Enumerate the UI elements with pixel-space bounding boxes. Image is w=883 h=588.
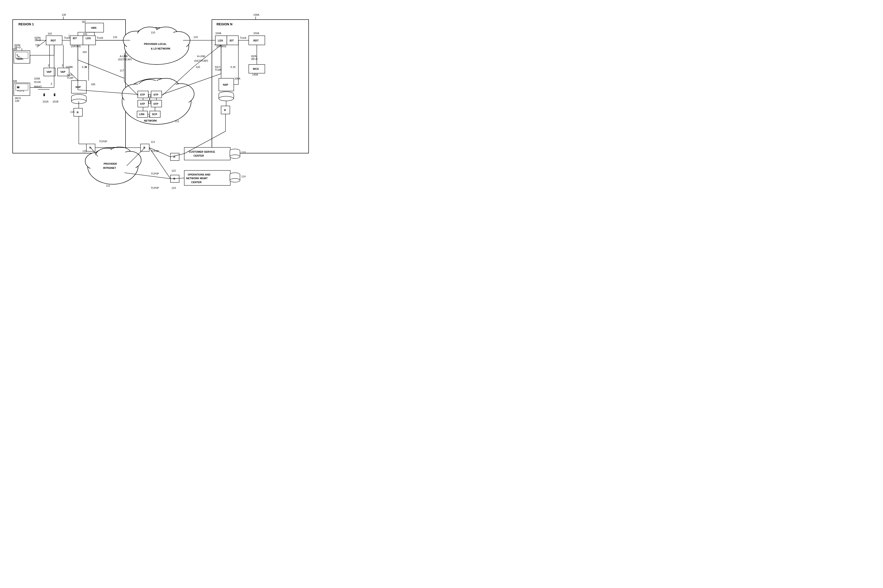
pots-icon: ☎	[16, 86, 20, 88]
r6-label: R	[224, 109, 226, 111]
lds1-label: LDS	[85, 37, 91, 40]
stp4-label: STP	[153, 102, 158, 105]
vap1-label: VAP	[46, 70, 52, 73]
ref-2b: 2	[62, 64, 63, 67]
ref-108: 108	[13, 80, 17, 82]
ops-label2: NETWORK MGMT	[186, 177, 208, 180]
ref-103a: 103A	[34, 77, 40, 80]
ref-130: 130	[62, 14, 66, 16]
wcs2-label: WCS	[253, 68, 259, 70]
ref-123: 123	[172, 186, 176, 189]
ref-104: 104	[82, 51, 87, 53]
ref-102a: 102A	[253, 32, 259, 34]
stp1-label: STP	[140, 93, 145, 96]
ref-120: 120	[196, 66, 200, 68]
ref-102: 102	[48, 32, 52, 35]
nsp2-label: NSP	[223, 83, 228, 86]
ss7-label2: NETWORK	[144, 119, 157, 122]
nsp2-db-bottom	[219, 96, 234, 101]
ops-db-bottom	[230, 178, 240, 182]
ref-117: 117	[120, 69, 124, 72]
vap2-label: VAP	[60, 70, 65, 73]
x25-n: X.25	[230, 66, 235, 68]
ref-5: 5	[71, 66, 73, 68]
rdt2-label: RDT	[253, 39, 259, 42]
ref-101a: 101A	[43, 100, 49, 103]
trunk2-label: Trunk	[97, 36, 103, 39]
stp3-label: STP	[140, 102, 145, 105]
ss7tcap-n1: SS7/	[215, 66, 220, 68]
provider-label1: PROVIDER LOCAL	[144, 43, 167, 45]
ref-4: 4	[85, 66, 87, 68]
alink-label1: A-LINK	[120, 55, 128, 58]
alink-n-label1: A-LINK	[197, 55, 205, 58]
tcpip-1: TCP/IP	[99, 140, 107, 143]
ref-101b: 101B	[52, 100, 58, 103]
vms-label: VMS	[91, 27, 96, 29]
ref-105: 105	[83, 33, 87, 36]
isdn-sub: ISDN	[16, 57, 22, 60]
provider-label2: & LD NETWORK	[151, 47, 171, 50]
customer-service-box	[184, 147, 230, 160]
alink-label2: (SS7/TCAP)	[118, 58, 132, 61]
ref-112: 112	[106, 184, 110, 187]
regionN-label: REGION N	[216, 22, 232, 26]
idt1-label: IDT	[73, 37, 77, 40]
is136-label: IS136	[34, 81, 41, 83]
ref-140a: 140A	[252, 73, 258, 76]
ss7tcap-2: TCAP	[67, 76, 73, 79]
ref-104a: 104A	[215, 32, 221, 34]
ref-122: 122	[172, 169, 176, 172]
isdn2bd-rdt2: 2B+D	[34, 39, 41, 42]
ref-113: 113	[241, 151, 246, 154]
ref-107: 107	[82, 20, 86, 23]
ref-118: 118	[82, 150, 87, 153]
nsp1-label: NSP	[75, 86, 81, 88]
isdn2bd-n2: 2B+D	[251, 58, 258, 60]
lds2-label: LDS	[218, 39, 223, 42]
isdn2bd-2: 2B+D	[14, 46, 21, 49]
cs-label1: CUSTOMER SERVICE	[189, 150, 215, 153]
intranet-label2: INTRANET	[103, 166, 116, 169]
ss7tcap-n2: TCAP	[215, 68, 222, 71]
ops-label3: CENTER	[191, 181, 201, 184]
ref-106: 106	[91, 83, 95, 86]
trunk-n-label: Trunk	[240, 36, 246, 39]
mobile1-icon: 📱	[43, 93, 46, 96]
mobile2-icon: 📱	[53, 93, 56, 96]
cs-db-bottom	[230, 155, 240, 159]
gr303-1-label: (GR303)	[71, 45, 81, 48]
cs-label2: CENTER	[193, 154, 204, 157]
diagram-container: REGION 1 REGION N 130 130A VMS 107 IDT L…	[0, 0, 315, 210]
ops-label1: OPERATIONS AND	[188, 173, 210, 176]
lrn-label: LRN	[139, 113, 144, 116]
isdn2bd-n1: ISDN	[251, 55, 257, 58]
ref-103b: 103B	[66, 66, 72, 68]
ref-110: 110	[151, 31, 155, 34]
phone-icon: 📞	[16, 54, 20, 57]
ref-114: 114	[241, 175, 246, 178]
intranet-label1: PROVIDER	[103, 162, 117, 165]
rdt1-label: RDT	[51, 39, 56, 42]
ref-121: 121	[151, 141, 155, 143]
ref-1: 1	[68, 34, 70, 37]
ref-130a: 130A	[253, 14, 259, 16]
ref-115: 115	[70, 111, 74, 113]
ref-119: 119	[193, 36, 198, 39]
ref-2a: 2	[48, 64, 49, 67]
ref-140: 140	[15, 99, 19, 102]
ref-106a: 106A	[234, 77, 240, 80]
ref-116: 116	[113, 36, 117, 39]
wcs1-label: WCS	[15, 97, 21, 99]
tr-label: T/R	[35, 44, 39, 46]
idt2-label: IDT	[229, 39, 234, 42]
ref-111: 111	[175, 120, 179, 123]
r1-label: R	[77, 111, 78, 114]
svg-point-37	[90, 150, 136, 181]
region1-label: REGION 1	[18, 22, 34, 26]
scp-label: SCP	[152, 113, 157, 116]
stp2-label: STP	[153, 93, 158, 96]
tcpip-4: TCP/IP	[151, 186, 159, 189]
tcpip-3: TCP/IP	[151, 172, 159, 175]
ref-3: 3	[51, 82, 52, 85]
